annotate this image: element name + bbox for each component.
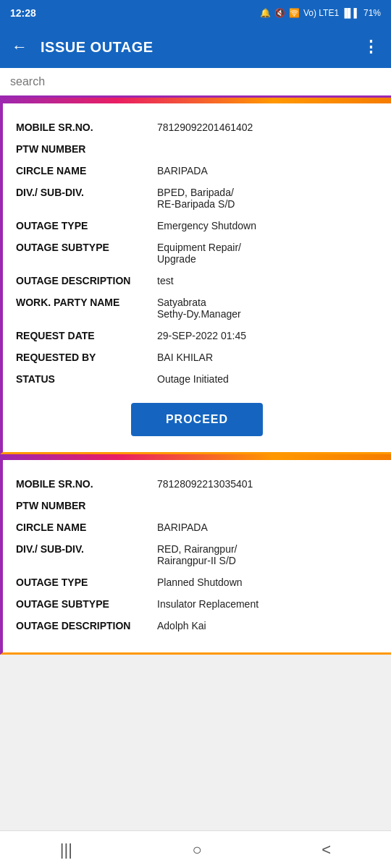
field-label-mobile-sr: MOBILE SR.NO. [16, 122, 157, 133]
field-label-outage-subtype: OUTAGE SUBTYPE [16, 242, 157, 253]
field-row-2-mobile-sr: MOBILE SR.NO. 78128092213035401 [16, 473, 378, 495]
field-label-status: STATUS [16, 373, 157, 385]
field-label-2-ptw: PTW NUMBER [16, 500, 157, 511]
field-label-request-date: REQUEST DATE [16, 330, 157, 341]
field-value-mobile-sr: 78129092201461402 [157, 122, 378, 133]
field-label-outage-desc: OUTAGE DESCRIPTION [16, 275, 157, 286]
field-row-2-circle: CIRCLE NAME BARIPADA [16, 516, 378, 538]
field-value-2-mobile-sr: 78128092213035401 [157, 478, 378, 490]
proceed-button[interactable]: PROCEED [131, 403, 263, 436]
field-value-2-outage-type: Planned Shutdown [157, 576, 378, 588]
top-decorative-strip [0, 98, 391, 103]
field-row-outage-subtype: OUTAGE SUBTYPE Equipment Repair/Upgrade [16, 237, 378, 270]
field-row-2-div: DIV./ SUB-DIV. RED, Rairangpur/Rairangpu… [16, 538, 378, 571]
field-value-request-date: 29-SEP-2022 01:45 [157, 330, 378, 341]
nav-menu-icon[interactable]: ||| [60, 841, 72, 859]
signal-icon: Vo) LTE1 ▐▌▌ [303, 8, 360, 18]
outage-card-1: MOBILE SR.NO. 78129092201461402 PTW NUMB… [0, 103, 391, 454]
field-value-outage-subtype: Equipment Repair/Upgrade [157, 242, 378, 265]
field-label-work-party: WORK. PARTY NAME [16, 297, 157, 308]
nav-back-icon[interactable]: < [321, 841, 331, 859]
nav-home-icon[interactable]: ○ [193, 841, 202, 859]
battery-icon: 71% [363, 8, 381, 18]
field-value-2-outage-desc: Adolph Kai [157, 620, 378, 631]
field-row-2-outage-desc: OUTAGE DESCRIPTION Adolph Kai [16, 615, 378, 637]
field-value-outage-type: Emergency Shutdown [157, 220, 378, 231]
field-label-2-div: DIV./ SUB-DIV. [16, 543, 157, 555]
field-row-status: STATUS Outage Initiated [16, 368, 378, 390]
proceed-container: PROCEED [16, 403, 378, 436]
field-row-div: DIV./ SUB-DIV. BPED, Baripada/RE-Baripad… [16, 182, 378, 215]
bottom-nav: ||| ○ < [0, 830, 391, 868]
search-input[interactable] [10, 75, 381, 88]
field-value-work-party: SatyabrataSethy-Dy.Manager [157, 297, 378, 320]
field-label-2-outage-desc: OUTAGE DESCRIPTION [16, 620, 157, 631]
field-label-2-circle: CIRCLE NAME [16, 522, 157, 533]
field-row-request-date: REQUEST DATE 29-SEP-2022 01:45 [16, 325, 378, 346]
status-icons: 🔔 🔇 🛜 Vo) LTE1 ▐▌▌ 71% [260, 8, 381, 18]
field-row-mobile-sr: MOBILE SR.NO. 78129092201461402 [16, 116, 378, 138]
field-value-div: BPED, Baripada/RE-Baripada S/D [157, 187, 378, 210]
field-label-outage-type: OUTAGE TYPE [16, 220, 157, 231]
field-value-2-outage-subtype: Insulator Replacement [157, 598, 378, 610]
page-title: ISSUE OUTAGE [41, 39, 363, 56]
back-button[interactable]: ← [12, 38, 28, 56]
field-row-work-party: WORK. PARTY NAME SatyabrataSethy-Dy.Mana… [16, 292, 378, 325]
field-row-circle: CIRCLE NAME BARIPADA [16, 160, 378, 182]
field-label-2-outage-subtype: OUTAGE SUBTYPE [16, 598, 157, 610]
outage-card-2: MOBILE SR.NO. 78128092213035401 PTW NUMB… [0, 460, 391, 655]
field-value-outage-desc: test [157, 275, 378, 286]
field-label-ptw: PTW NUMBER [16, 143, 157, 155]
status-time: 12:28 [10, 7, 36, 19]
field-label-circle: CIRCLE NAME [16, 165, 157, 176]
field-label-div: DIV./ SUB-DIV. [16, 187, 157, 198]
mute-icon: 🔇 [274, 8, 285, 18]
field-label-requested-by: REQUESTED BY [16, 352, 157, 363]
field-value-requested-by: BAI KHILAR [157, 352, 378, 363]
wifi-icon: 🛜 [289, 8, 300, 18]
field-row-ptw: PTW NUMBER [16, 138, 378, 160]
field-row-outage-desc: OUTAGE DESCRIPTION test [16, 270, 378, 292]
app-bar: ← ISSUE OUTAGE ⋮ [0, 26, 391, 68]
field-label-2-mobile-sr: MOBILE SR.NO. [16, 478, 157, 490]
field-value-circle: BARIPADA [157, 165, 378, 176]
search-container [0, 68, 391, 98]
field-row-requested-by: REQUESTED BY BAI KHILAR [16, 346, 378, 368]
field-row-2-ptw: PTW NUMBER [16, 495, 378, 516]
status-bar: 12:28 🔔 🔇 🛜 Vo) LTE1 ▐▌▌ 71% [0, 0, 391, 26]
between-decorative-strip [0, 454, 391, 460]
field-label-2-outage-type: OUTAGE TYPE [16, 576, 157, 588]
field-value-2-circle: BARIPADA [157, 522, 378, 533]
field-row-2-outage-subtype: OUTAGE SUBTYPE Insulator Replacement [16, 593, 378, 615]
more-options-button[interactable]: ⋮ [363, 38, 379, 56]
notification-icon: 🔔 [260, 8, 271, 18]
field-value-status: Outage Initiated [157, 373, 378, 385]
field-row-2-outage-type: OUTAGE TYPE Planned Shutdown [16, 571, 378, 593]
field-row-outage-type: OUTAGE TYPE Emergency Shutdown [16, 215, 378, 237]
field-value-2-div: RED, Rairangpur/Rairangpur-II S/D [157, 543, 378, 566]
